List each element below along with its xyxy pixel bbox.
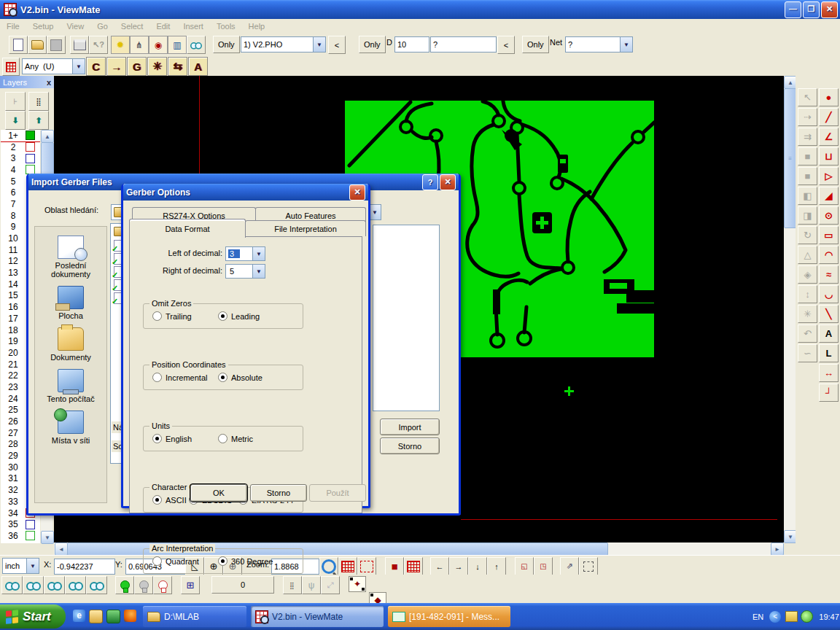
undo-tool[interactable]: ↶	[798, 324, 817, 343]
unit-combo[interactable]: inch▼	[2, 558, 39, 574]
ellipse-arc-tool[interactable]: ◡	[819, 285, 839, 303]
layer-row[interactable]: 3	[1, 152, 40, 164]
layer-color-swatch[interactable]	[26, 131, 35, 140]
chevron-down-icon[interactable]: ▼	[620, 37, 632, 52]
grid-dcode-button[interactable]: ▦	[385, 557, 404, 575]
layer-row[interactable]: 1+	[1, 130, 40, 141]
corner-tool[interactable]: ┘	[819, 384, 839, 402]
import-button[interactable]: Import	[380, 419, 440, 435]
radio-trailing[interactable]: Trailing	[152, 311, 192, 321]
place-documents[interactable]: Dokumenty	[35, 327, 106, 362]
menu-item[interactable]: Select	[114, 20, 150, 32]
place-my-computer[interactable]: Tento počítač	[35, 369, 106, 403]
view-traces-button[interactable]	[65, 576, 86, 594]
zoom-tool-button[interactable]	[319, 557, 338, 575]
distribute-tool[interactable]: ↕	[798, 285, 817, 303]
menu-item[interactable]: Go	[90, 20, 114, 32]
move-items-tool[interactable]: ⇉	[798, 128, 817, 146]
text-tool[interactable]: A	[819, 324, 839, 343]
open-file-button[interactable]	[28, 36, 47, 54]
radio-360-degree[interactable]: 360 Degree	[218, 556, 273, 566]
view-dots-button[interactable]	[1, 576, 23, 594]
taskbar-item-message[interactable]: [191-482-091] - Mess...	[388, 606, 510, 627]
annotation-button[interactable]: A	[188, 57, 208, 76]
layer-color-swatch[interactable]	[26, 520, 35, 529]
view-lines-button[interactable]	[23, 576, 44, 594]
browser-icon[interactable]: e	[73, 610, 85, 622]
radio-leading[interactable]: Leading	[218, 311, 260, 321]
left-of-decimal-combo[interactable]: 3 ▼	[225, 246, 265, 261]
only-dcode-button[interactable]: Only	[359, 36, 386, 53]
menu-item[interactable]: File	[0, 20, 26, 32]
close-button[interactable]: ✕	[440, 174, 456, 190]
dcode-query-input[interactable]: ?	[430, 36, 497, 52]
layer-up-button[interactable]: ⬆	[28, 111, 49, 130]
apply-button[interactable]: Použít	[309, 484, 366, 502]
radio-quadrant[interactable]: Quadrant	[152, 556, 199, 566]
align-tool[interactable]: △	[798, 246, 817, 264]
pan-right-button[interactable]: →	[449, 557, 468, 575]
sketch-line-tool[interactable]: ╲	[819, 305, 839, 323]
legend-tool[interactable]: L	[819, 344, 839, 362]
tab-file-interpretation[interactable]: File Interpretation	[245, 220, 366, 236]
minimize-button[interactable]: —	[785, 1, 801, 18]
window-prev-button[interactable]: ◱	[515, 557, 534, 575]
view-shapes-button[interactable]	[44, 576, 65, 594]
help-button[interactable]: ?	[422, 174, 438, 190]
anchor-button[interactable]: ψ	[302, 576, 321, 594]
snap-grid-button[interactable]: ⣿	[283, 576, 302, 594]
chevron-down-icon[interactable]: ▼	[72, 59, 85, 74]
net-combo[interactable]: ?▼	[565, 36, 633, 52]
menu-item[interactable]: Tools	[210, 20, 242, 32]
restore-button[interactable]: ❐	[803, 1, 820, 18]
curve-tool[interactable]: ≈	[819, 265, 839, 284]
zoom-selection-button[interactable]	[357, 557, 376, 575]
chevron-down-icon[interactable]: ▼	[252, 265, 265, 278]
flash-tool[interactable]: ▷	[819, 167, 839, 185]
folder-shortcut-icon[interactable]	[89, 610, 103, 623]
layer-row[interactable]: 2	[1, 141, 40, 153]
save-button[interactable]	[47, 36, 66, 54]
firefox-icon[interactable]	[124, 610, 136, 622]
print-button[interactable]	[70, 36, 89, 54]
green-book-icon[interactable]	[106, 610, 120, 623]
measure-distance-button[interactable]: ⇗	[560, 557, 579, 575]
close-button[interactable]: ✕	[821, 1, 838, 18]
close-icon[interactable]: x	[47, 78, 51, 87]
prev-layer-button[interactable]: <	[328, 36, 346, 54]
polyline-tool[interactable]: ∠	[819, 128, 839, 146]
layer-color-swatch[interactable]	[26, 142, 35, 152]
colorbars-icon[interactable]: ▥	[168, 36, 187, 54]
scroll-left-button[interactable]: ◄	[55, 542, 68, 556]
aperture-filter-button[interactable]	[2, 58, 20, 76]
only-layer-button[interactable]: Only	[213, 36, 240, 53]
window-next-button[interactable]: ◳	[534, 557, 553, 575]
vector-move-button[interactable]: ⤢	[321, 576, 340, 594]
radio-metric[interactable]: Metric	[218, 434, 253, 443]
layer-row[interactable]: 36	[1, 530, 40, 542]
highlight-on-button[interactable]	[115, 576, 134, 594]
context-help-button[interactable]: ↖?	[89, 36, 108, 54]
layer-row[interactable]: 35	[1, 518, 40, 530]
layer-send-button[interactable]: ⊦	[5, 92, 26, 111]
mirror-vertical-tool[interactable]: ◨	[798, 206, 817, 225]
layer-combo[interactable]: 1) V2.PHO▼	[241, 36, 326, 52]
highlight-off-button[interactable]	[153, 576, 172, 594]
rectangle-tool[interactable]: ▭	[819, 226, 839, 244]
aperture-pattern-1-button[interactable]: ✦	[349, 576, 366, 592]
pan-down-button[interactable]: ↓	[468, 557, 487, 575]
circle-tool-button[interactable]: C	[86, 57, 106, 76]
aperture-star-button[interactable]: ✳	[147, 57, 167, 76]
dcode-input[interactable]: 10	[394, 36, 429, 52]
new-file-button[interactable]	[9, 36, 28, 54]
arc-tool[interactable]: ◠	[819, 246, 839, 264]
scroll-down-button[interactable]: ▼	[41, 531, 54, 544]
radio-ascii[interactable]: ASCII	[152, 495, 187, 505]
layer-color-swatch[interactable]	[26, 154, 35, 163]
highlight-dim-button[interactable]	[134, 576, 153, 594]
rotate-tool[interactable]: ↻	[798, 226, 817, 244]
taskbar-item-mlab[interactable]: D:\MLAB	[143, 606, 246, 627]
menu-item[interactable]: Setup	[26, 20, 61, 32]
cancel-button[interactable]: Storno	[380, 438, 440, 454]
prev-net-button[interactable]: <	[497, 36, 515, 54]
